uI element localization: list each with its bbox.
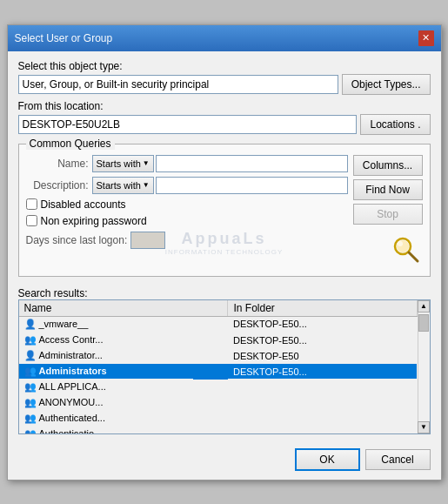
object-type-input[interactable] xyxy=(18,75,338,94)
search-icon-button[interactable] xyxy=(388,232,423,269)
name-input[interactable] xyxy=(156,155,348,172)
locations-button[interactable]: Locations . xyxy=(360,114,430,135)
results-body: 👤_vmware__DESKTOP-E50...👥Access Contr...… xyxy=(19,316,418,433)
ok-button[interactable]: OK xyxy=(295,448,360,471)
stop-button[interactable]: Stop xyxy=(353,204,423,225)
col-folder: In Folder xyxy=(228,300,417,317)
cell-name-text: _vmware__ xyxy=(39,319,89,329)
cell-folder xyxy=(228,411,417,427)
cell-name: 👥ANONYMOU... xyxy=(19,395,193,411)
cell-name: 👥Access Contr... xyxy=(19,333,193,348)
col-name: Name xyxy=(19,300,228,317)
non-expiring-checkbox[interactable] xyxy=(26,215,37,226)
scroll-up-button[interactable]: ▲ xyxy=(418,300,430,312)
scroll-thumb[interactable] xyxy=(418,314,429,332)
object-type-section: Select this object type: Object Types... xyxy=(18,60,431,95)
table-row[interactable]: 👤_vmware__DESKTOP-E50... xyxy=(19,316,418,333)
user-icon: 👥 xyxy=(24,334,37,346)
close-button[interactable]: ✕ xyxy=(418,30,434,46)
cell-folder: DESKTOP-E50... xyxy=(228,364,417,380)
results-header: Name In Folder xyxy=(19,300,418,317)
name-row: Name: Starts with ▼ xyxy=(26,155,348,172)
description-label: Description: xyxy=(26,179,89,192)
name-dropdown-arrow: ▼ xyxy=(143,159,150,167)
cell-folder: DESKTOP-E50... xyxy=(228,316,417,333)
find-now-button[interactable]: Find Now xyxy=(353,179,423,200)
user-icon: 👤 xyxy=(24,319,37,330)
user-icon: 👥 xyxy=(24,381,37,393)
days-label: Days since last logon: xyxy=(26,234,128,246)
cell-folder xyxy=(228,427,417,433)
results-table: Name In Folder 👤_vmware__DESKTOP-E50...👥… xyxy=(19,300,418,433)
dialog-title: Select User or Group xyxy=(15,32,113,44)
table-row[interactable]: 👥ANONYMOU... xyxy=(19,395,418,411)
cell-name: 👥Administrators xyxy=(19,364,193,380)
object-type-label: Select this object type: xyxy=(18,60,431,72)
results-container: Name In Folder 👤_vmware__DESKTOP-E50...👥… xyxy=(18,299,431,434)
cell-name-text: ALL APPLICA... xyxy=(39,381,106,392)
cell-folder xyxy=(228,380,417,395)
description-row: Description: Starts with ▼ xyxy=(26,177,348,194)
cell-name-text: Authenticated... xyxy=(39,413,105,423)
user-icon: 👥 xyxy=(24,428,37,433)
group-left: Name: Starts with ▼ Description: xyxy=(26,155,348,269)
description-input[interactable] xyxy=(156,177,348,194)
cell-name-text: Authenticatio... xyxy=(39,428,103,433)
cell-name-text: Administrator... xyxy=(39,350,103,360)
location-label: From this location: xyxy=(18,100,431,112)
table-row[interactable]: 👤Administrator...DESKTOP-E50 xyxy=(19,348,418,364)
user-icon: 👥 xyxy=(24,366,37,377)
select-user-dialog: Select User or Group ✕ Select this objec… xyxy=(7,24,442,480)
group-right: Columns... Find Now Stop xyxy=(353,155,423,269)
days-row: Days since last logon: xyxy=(26,232,348,249)
cell-name: 👥Authenticated... xyxy=(19,411,193,427)
bottom-buttons: OK Cancel xyxy=(8,443,441,480)
cell-name: 👥Authenticatio... xyxy=(19,427,193,433)
results-inner: Name In Folder 👤_vmware__DESKTOP-E50...👥… xyxy=(19,300,418,433)
search-icon xyxy=(390,233,421,265)
disabled-accounts-label: Disabled accounts xyxy=(41,198,126,211)
svg-point-3 xyxy=(398,241,403,246)
table-row[interactable]: 👥Access Contr...DESKTOP-E50... xyxy=(19,333,418,348)
name-dropdown[interactable]: Starts with ▼ xyxy=(92,155,154,172)
dialog-body: Select this object type: Object Types...… xyxy=(8,51,441,443)
search-results-section: Search results: Name In Folder 👤_vmware_… xyxy=(18,287,431,434)
desc-dropdown-arrow: ▼ xyxy=(143,181,150,189)
scrollbar-track: ▲ ▼ xyxy=(418,300,430,433)
search-results-label: Search results: xyxy=(18,287,88,299)
cell-name-text: Access Contr... xyxy=(39,334,104,345)
cell-folder: DESKTOP-E50... xyxy=(228,333,417,348)
columns-button[interactable]: Columns... xyxy=(353,155,423,176)
name-label: Name: xyxy=(26,158,89,170)
table-row[interactable]: 👥AdministratorsDESKTOP-E50... xyxy=(19,364,418,380)
location-section: From this location: Locations . xyxy=(18,100,431,135)
common-queries-title: Common Queries xyxy=(26,138,115,150)
table-row[interactable]: 👥Authenticatio... xyxy=(19,427,418,433)
cell-name: 👤_vmware__ xyxy=(19,317,193,333)
search-icon-area xyxy=(353,228,423,269)
object-types-button[interactable]: Object Types... xyxy=(342,74,431,95)
cell-name-text: Administrators xyxy=(39,366,107,376)
common-queries-group: Common Queries Name: Starts with ▼ xyxy=(18,144,431,277)
user-icon: 👥 xyxy=(24,413,37,424)
non-expiring-label: Non expiring password xyxy=(41,215,147,227)
cell-folder xyxy=(228,395,417,411)
disabled-accounts-row: Disabled accounts xyxy=(26,198,348,211)
user-icon: 👥 xyxy=(24,397,37,408)
title-bar: Select User or Group ✕ xyxy=(8,25,441,51)
user-icon: 👤 xyxy=(24,350,37,361)
cell-name: 👥ALL APPLICA... xyxy=(19,380,193,395)
cell-name-text: ANONYMOU... xyxy=(39,397,104,407)
table-row[interactable]: 👥ALL APPLICA... xyxy=(19,380,418,395)
cell-name: 👤Administrator... xyxy=(19,348,193,364)
scroll-down-button[interactable]: ▼ xyxy=(418,421,430,433)
location-input[interactable] xyxy=(18,115,358,134)
cell-folder: DESKTOP-E50 xyxy=(228,348,417,364)
days-input[interactable] xyxy=(130,232,165,249)
table-row[interactable]: 👥Authenticated... xyxy=(19,411,418,427)
non-expiring-row: Non expiring password xyxy=(26,215,348,227)
cancel-button[interactable]: Cancel xyxy=(365,449,431,470)
desc-dropdown[interactable]: Starts with ▼ xyxy=(92,177,154,194)
disabled-accounts-checkbox[interactable] xyxy=(26,198,37,210)
svg-line-2 xyxy=(409,252,418,261)
